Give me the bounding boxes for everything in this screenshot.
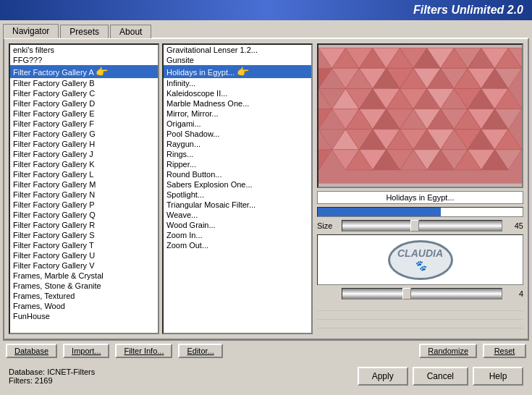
right-list-item[interactable]: Spotlight... bbox=[164, 190, 311, 200]
left-list-item[interactable]: FunHouse bbox=[10, 311, 158, 321]
right-list-item[interactable]: Ripper... bbox=[164, 159, 311, 169]
left-list-item[interactable]: FFG??? bbox=[10, 55, 158, 65]
editor-button[interactable]: Editor... bbox=[178, 344, 222, 358]
filters-label: Filters: bbox=[9, 376, 33, 385]
right-list-item[interactable]: Rings... bbox=[164, 149, 311, 159]
filter-info-button[interactable]: Filter Info... bbox=[115, 344, 172, 358]
right-list-item[interactable]: Zoom In... bbox=[164, 230, 311, 240]
left-list-item[interactable]: Filter Factory Gallery S bbox=[10, 230, 158, 240]
cancel-button[interactable]: Cancel bbox=[413, 367, 468, 386]
watermark-area: CLAUDIA 🐾 bbox=[317, 234, 523, 285]
left-list-item[interactable]: Frames, Textured bbox=[10, 291, 158, 301]
right-list-item[interactable]: Pool Shadow... bbox=[164, 129, 311, 139]
filters-value: 2169 bbox=[35, 376, 52, 385]
progress-bar bbox=[317, 207, 523, 217]
left-list-item[interactable]: Filter Factory Gallery Q bbox=[10, 210, 158, 220]
right-list-item[interactable]: Infinity... bbox=[164, 78, 311, 88]
right-list-item[interactable]: Wood Grain... bbox=[164, 220, 311, 230]
empty-rows bbox=[317, 302, 523, 334]
preview-label: Holidays in Egypt... bbox=[317, 191, 523, 204]
db-label: Database: bbox=[9, 368, 45, 376]
apply-button[interactable]: Apply bbox=[358, 367, 408, 386]
left-list-item[interactable]: Filter Factory Gallery L bbox=[10, 169, 158, 179]
database-button[interactable]: Database bbox=[6, 344, 57, 358]
left-list-item[interactable]: Filter Factory Gallery V bbox=[10, 260, 158, 271]
tab-navigator[interactable]: Navigator bbox=[3, 24, 59, 38]
left-list-item[interactable]: Filter Factory Gallery R bbox=[10, 220, 158, 230]
left-list-item[interactable]: Filter Factory Gallery B bbox=[10, 78, 158, 88]
right-list-item[interactable]: Kaleidoscope II... bbox=[164, 88, 311, 98]
second-value: 4 bbox=[505, 289, 523, 298]
left-list-item[interactable]: Filter Factory Gallery A 👉 bbox=[10, 65, 158, 78]
right-list-item[interactable]: Triangular Mosaic Filter... bbox=[164, 200, 311, 210]
right-list-item[interactable]: Raygun... bbox=[164, 139, 311, 149]
right-list-item[interactable]: Round Button... bbox=[164, 169, 311, 179]
filter-list[interactable]: Gravitational Lenser 1.2...GunsiteHolida… bbox=[162, 43, 313, 334]
left-list-item[interactable]: Frames, Marble & Crystal bbox=[10, 271, 158, 281]
filter-list-container: Gravitational Lenser 1.2...GunsiteHolida… bbox=[162, 43, 313, 334]
category-list[interactable]: enki's filtersFFG???Filter Factory Galle… bbox=[9, 43, 159, 334]
action-bar: Database: ICNET-Filters Filters: 2169 Ap… bbox=[3, 360, 529, 392]
watermark-text: CLAUDIA 🐾 bbox=[397, 247, 443, 272]
left-list-item[interactable]: Filter Factory Gallery D bbox=[10, 98, 158, 109]
size-slider[interactable] bbox=[342, 220, 502, 232]
content-area: enki's filtersFFG???Filter Factory Galle… bbox=[3, 38, 529, 340]
second-slider[interactable] bbox=[342, 288, 502, 300]
db-value: ICNET-Filters bbox=[47, 368, 95, 376]
left-list-item[interactable]: Filter Factory Gallery U bbox=[10, 250, 158, 260]
left-list-item[interactable]: Filter Factory Gallery N bbox=[10, 190, 158, 200]
reset-button[interactable]: Reset bbox=[483, 344, 526, 358]
import-button[interactable]: Import... bbox=[63, 344, 109, 358]
right-list-item[interactable]: Gunsite bbox=[164, 55, 311, 65]
left-list-item[interactable]: Frames, Wood bbox=[10, 301, 158, 311]
tab-about[interactable]: About bbox=[110, 25, 151, 38]
right-list-item[interactable]: Mirror, Mirror... bbox=[164, 109, 311, 119]
category-list-container: enki's filtersFFG???Filter Factory Galle… bbox=[9, 43, 159, 334]
preview-image bbox=[317, 43, 523, 188]
left-list-item[interactable]: Filter Factory Gallery E bbox=[10, 109, 158, 119]
second-control-row: 4 bbox=[317, 288, 523, 300]
left-list-item[interactable]: Filter Factory Gallery G bbox=[10, 129, 158, 139]
size-label: Size bbox=[317, 221, 339, 230]
left-list-item[interactable]: Filter Factory Gallery H bbox=[10, 139, 158, 149]
tab-bar: Navigator Presets About bbox=[3, 23, 529, 38]
left-list-item[interactable]: Filter Factory Gallery C bbox=[10, 88, 158, 98]
title-bar: Filters Unlimited 2.0 bbox=[0, 0, 532, 20]
right-list-item[interactable]: Holidays in Egypt... 👉 bbox=[164, 65, 311, 78]
left-list-item[interactable]: Filter Factory Gallery M bbox=[10, 179, 158, 190]
tab-presets[interactable]: Presets bbox=[60, 25, 109, 38]
right-list-item[interactable]: Origami... bbox=[164, 119, 311, 129]
left-list-item[interactable]: Filter Factory Gallery K bbox=[10, 159, 158, 169]
randomize-button[interactable]: Randomize bbox=[419, 344, 477, 358]
size-control-row: Size 45 bbox=[317, 220, 523, 232]
left-panel: enki's filtersFFG???Filter Factory Galle… bbox=[9, 43, 313, 334]
left-list-item[interactable]: Filter Factory Gallery T bbox=[10, 240, 158, 250]
right-list-item[interactable]: Weave... bbox=[164, 210, 311, 220]
right-list-item[interactable]: Sabers Explosion One... bbox=[164, 179, 311, 190]
db-info: Database: ICNET-Filters Filters: 2169 bbox=[9, 368, 179, 385]
size-value: 45 bbox=[505, 221, 523, 230]
right-list-item[interactable]: Gravitational Lenser 1.2... bbox=[164, 45, 311, 55]
left-list-item[interactable]: Filter Factory Gallery J bbox=[10, 149, 158, 159]
help-button[interactable]: Help bbox=[473, 367, 523, 386]
right-list-item[interactable]: Marble Madness One... bbox=[164, 98, 311, 109]
progress-bar-fill bbox=[318, 208, 441, 216]
right-panel: Holidays in Egypt... Size 45 CLAUDIA 🐾 bbox=[317, 43, 523, 334]
left-list-item[interactable]: Frames, Stone & Granite bbox=[10, 281, 158, 291]
left-list-item[interactable]: Filter Factory Gallery P bbox=[10, 200, 158, 210]
left-list-item[interactable]: enki's filters bbox=[10, 45, 158, 55]
app-title: Filters Unlimited 2.0 bbox=[413, 4, 523, 17]
watermark-circle: CLAUDIA 🐾 bbox=[388, 240, 453, 280]
bottom-toolbar: Database Import... Filter Info... Editor… bbox=[3, 340, 529, 360]
right-list-item[interactable]: Zoom Out... bbox=[164, 240, 311, 250]
left-list-item[interactable]: Filter Factory Gallery F bbox=[10, 119, 158, 129]
